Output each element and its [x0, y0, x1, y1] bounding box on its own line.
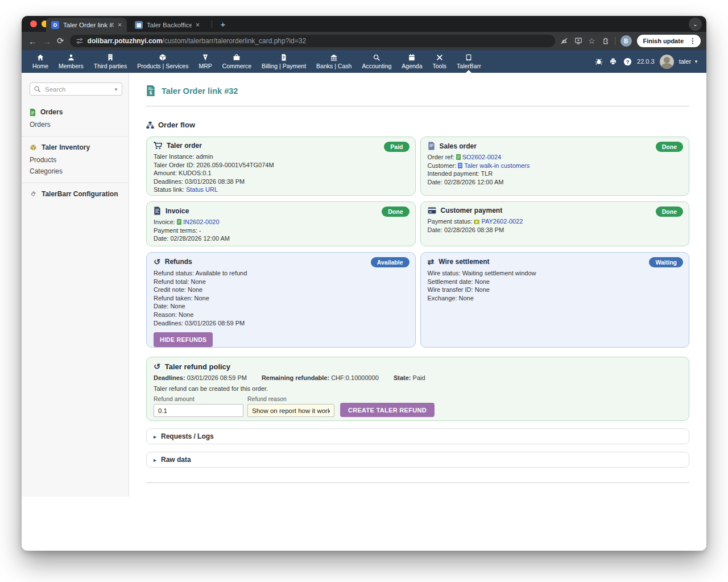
- user-avatar[interactable]: [660, 55, 674, 69]
- product-cube-icon: [159, 53, 167, 61]
- url-bar[interactable]: dolibarr.potuzhnyi.com/custom/talerbarr/…: [70, 35, 555, 47]
- back-icon[interactable]: ←: [28, 36, 37, 46]
- sidebar-item-products[interactable]: Products: [30, 154, 129, 166]
- orders-doc-icon: [30, 109, 36, 116]
- card-sales-order: Sales order Done Order refSO2602-0024 Cu…: [420, 137, 690, 196]
- create-taler-refund-button[interactable]: CREATE TALER REFUND: [340, 403, 435, 417]
- tab-taler-backoffice[interactable]: ▤ Taler Backoffice: ×: [130, 18, 205, 32]
- close-tab-icon[interactable]: ×: [118, 22, 122, 28]
- green-doc-icon: [177, 219, 181, 225]
- tab-search-chevron-button[interactable]: ⌄: [689, 18, 702, 31]
- credit-card-icon: [428, 207, 436, 214]
- install-app-icon[interactable]: [574, 36, 583, 46]
- nav-item-tools[interactable]: Tools: [428, 50, 452, 73]
- page-title-row: $ Taler Order link #32: [146, 85, 689, 96]
- sales-order-doc-icon: [428, 142, 435, 150]
- cart-icon: [154, 142, 162, 150]
- briefcase-icon: [233, 53, 241, 61]
- search-input[interactable]: [30, 82, 122, 96]
- nav-item-billing-payment[interactable]: Billing | Payment: [257, 50, 311, 73]
- browser-window: D Taler Order link #32 × ▤ Taler Backoff…: [22, 16, 706, 551]
- refund-policy-meta: Deadlines03/01/2026 08:59 PM Remaining r…: [154, 374, 682, 381]
- gear-icon: [30, 191, 37, 198]
- sidebar-title-orders[interactable]: Orders: [30, 106, 129, 119]
- card-taler-order: Taler order Paid Taler Instanceadmin Tal…: [146, 137, 416, 196]
- svg-text:?: ?: [626, 59, 629, 64]
- magnifier-icon: [373, 53, 380, 61]
- nav-item-banks-cash[interactable]: Banks | Cash: [311, 50, 357, 73]
- svg-text:$: $: [150, 90, 152, 96]
- green-doc-icon: [456, 154, 461, 160]
- debug-bug-icon[interactable]: [594, 57, 603, 66]
- refund-amount-label: Refund amount: [154, 395, 243, 402]
- user-menu[interactable]: taler ▼: [679, 58, 698, 65]
- taler-refund-policy-panel: ↺ Taler refund policy Deadlines03/01/202…: [146, 357, 689, 421]
- nav-item-agenda[interactable]: Agenda: [396, 50, 427, 73]
- refund-reason-input[interactable]: [247, 404, 334, 417]
- invoice-icon: [154, 207, 161, 215]
- sales-order-link[interactable]: SO2602-0024: [462, 154, 502, 160]
- sidebar-item-orders[interactable]: Orders: [30, 119, 129, 130]
- nav-item-home[interactable]: Home: [27, 50, 53, 73]
- invoice-link[interactable]: IN2602-0020: [183, 218, 220, 225]
- chevron-down-icon: ▼: [694, 59, 698, 64]
- search-dropdown-caret-icon[interactable]: ▼: [114, 87, 118, 92]
- close-window-button[interactable]: [30, 20, 37, 27]
- sitemap-icon: [146, 121, 154, 129]
- nav-item-commerce[interactable]: Commerce: [217, 50, 257, 73]
- help-icon[interactable]: ?: [623, 57, 632, 66]
- nav-item-mrp[interactable]: MRP: [193, 50, 217, 73]
- url-text: dolibarr.potuzhnyi.com/custom/talerbarr/…: [88, 37, 306, 45]
- nav-item-products-services[interactable]: Products | Services: [132, 50, 193, 73]
- print-icon[interactable]: [609, 57, 618, 66]
- page-title: Taler Order link #32: [162, 86, 238, 96]
- payment-link[interactable]: PAY2602-0022: [481, 218, 523, 225]
- sidebar-item-categories[interactable]: Categories: [30, 166, 129, 177]
- nav-item-talerbarr[interactable]: TalerBarr: [452, 50, 486, 73]
- bookmark-star-icon[interactable]: ☆: [588, 36, 595, 46]
- finish-update-button[interactable]: Finish update ⋮: [637, 35, 701, 47]
- status-badge: Done: [382, 207, 409, 217]
- tab-taler-order-link[interactable]: D Taler Order link #32 ×: [46, 18, 127, 32]
- order-flow-cards: Taler order Paid Taler Instanceadmin Tal…: [146, 137, 689, 348]
- taler-backoffice-favicon: ▤: [135, 21, 143, 29]
- undo-icon: ↺: [154, 257, 160, 266]
- refund-amount-input[interactable]: [154, 404, 243, 417]
- nav-item-accounting[interactable]: Accounting: [357, 50, 396, 73]
- sidebar-title-talerbarr-configuration[interactable]: TalerBarr Configuration: [30, 188, 129, 201]
- toolbar-separator: [615, 37, 615, 45]
- bank-icon: [330, 53, 338, 61]
- status-badge: Waiting: [649, 257, 683, 267]
- status-badge: Available: [371, 257, 410, 267]
- status-url-link[interactable]: Status URL: [186, 186, 218, 193]
- nav-item-members[interactable]: Members: [53, 50, 89, 73]
- forward-icon[interactable]: →: [43, 36, 51, 46]
- new-tab-button[interactable]: +: [217, 18, 229, 30]
- reload-icon[interactable]: ⟳: [57, 36, 64, 46]
- requests-logs-collapsible[interactable]: ▸ Requests / Logs: [146, 428, 689, 444]
- customer-link[interactable]: Taler walk-in customers: [464, 162, 530, 169]
- notifications-blocked-icon[interactable]: [560, 36, 569, 46]
- calendar-icon: [408, 53, 416, 61]
- company-icon: [458, 163, 462, 168]
- card-customer-payment: Customer payment Done Payment statusPAY2…: [420, 201, 690, 246]
- raw-data-collapsible[interactable]: ▸ Raw data: [146, 452, 689, 468]
- extensions-puzzle-icon[interactable]: [601, 36, 610, 46]
- site-info-icon[interactable]: [76, 37, 84, 45]
- left-sidebar: ▼ Orders Orders Taler Inventory Products…: [22, 73, 129, 497]
- nav-item-third-parties[interactable]: Third parties: [89, 50, 132, 73]
- hide-refunds-button[interactable]: HIDE REFUNDS: [154, 332, 213, 347]
- browser-menu-kebab-icon[interactable]: ⋮: [687, 37, 698, 45]
- sidebar-title-taler-inventory[interactable]: Taler Inventory: [30, 141, 129, 154]
- tab-strip: D Taler Order link #32 × ▤ Taler Backoff…: [22, 16, 706, 32]
- tools-icon: [436, 53, 444, 61]
- sidebar-group-configuration: TalerBarr Configuration: [22, 183, 129, 207]
- card-invoice: Invoice Done InvoiceIN2602-0020 Payment …: [146, 201, 416, 246]
- close-tab-icon[interactable]: ×: [196, 22, 200, 28]
- inventory-cube-icon: [30, 144, 37, 151]
- home-icon: [36, 53, 44, 61]
- taler-order-doc-icon: $: [146, 85, 155, 96]
- title-divider: [146, 106, 689, 106]
- profile-avatar[interactable]: B: [621, 35, 632, 47]
- sidebar-group-orders: Orders Orders: [22, 101, 129, 137]
